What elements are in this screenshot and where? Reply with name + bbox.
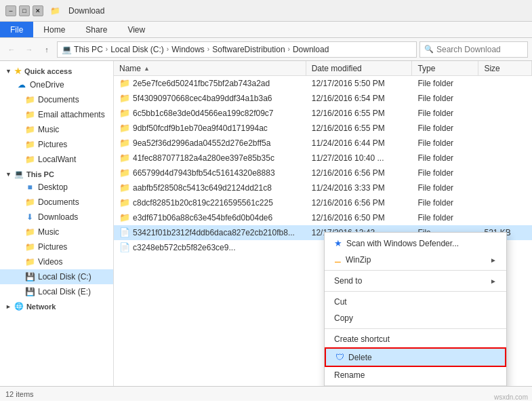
sidebar-item-localwant[interactable]: 📁 LocalWant bbox=[0, 152, 113, 167]
file-type-cell: File folder bbox=[412, 123, 478, 133]
table-row[interactable]: 📁 665799d4d7943bfb54c51614320e8883 12/16… bbox=[114, 166, 532, 180]
breadcrumb-download: Download bbox=[293, 45, 329, 54]
file-date-cell: 11/24/2016 3:33 PM bbox=[306, 183, 413, 193]
close-icon[interactable]: ✕ bbox=[33, 5, 43, 16]
disk-icon: 💾 bbox=[24, 271, 35, 282]
table-row[interactable]: 📁 e3df671b06a88c63e454bfe6d0b04de6 12/16… bbox=[114, 210, 532, 225]
ctx-copy[interactable]: Copy bbox=[325, 310, 506, 326]
table-row[interactable]: 📁 aabfb5f28508c5413c649d2124dd21c8 11/24… bbox=[114, 180, 532, 195]
delete-shield-icon: 🛡 bbox=[335, 352, 344, 362]
search-input[interactable] bbox=[436, 45, 523, 54]
music-icon: 📁 bbox=[24, 227, 35, 237]
file-icon: 📁 bbox=[119, 197, 130, 208]
ctx-rename[interactable]: Rename bbox=[325, 367, 506, 383]
file-type-cell: File folder bbox=[412, 168, 478, 178]
ctx-sep4 bbox=[325, 385, 506, 386]
sidebar-item-pictures[interactable]: 📁 Pictures bbox=[0, 137, 113, 152]
file-type-cell: File folder bbox=[412, 79, 478, 88]
sidebar-item-videos[interactable]: 📁 Videos bbox=[0, 254, 113, 269]
sidebar-item-local-disk-c[interactable]: 💾 Local Disk (C:) bbox=[0, 269, 113, 284]
breadcrumb-windows: Windows bbox=[171, 45, 205, 54]
status-bar: 12 items bbox=[0, 386, 532, 401]
title-bar: – □ ✕ 📁 Download bbox=[0, 0, 532, 22]
file-name-cell: 📁 665799d4d7943bfb54c51614320e8883 bbox=[114, 168, 306, 178]
file-name-cell: 📁 5f43090970668cec4ba99ddf34a1b3a6 bbox=[114, 93, 306, 103]
sidebar: ▼ ★ Quick access ☁ OneDrive 📁 Documents … bbox=[0, 61, 114, 386]
file-date-cell: 12/17/2016 5:50 PM bbox=[306, 79, 413, 88]
sidebar-item-documents2[interactable]: 📁 Documents bbox=[0, 195, 113, 210]
context-menu: ★ Scan with Windows Defender... ⚊ WinZip… bbox=[324, 232, 507, 386]
ctx-create-shortcut[interactable]: Create shortcut bbox=[325, 331, 506, 347]
file-icon: 📁 bbox=[119, 93, 130, 103]
ctx-scan-defender[interactable]: ★ Scan with Windows Defender... bbox=[325, 235, 506, 252]
table-row[interactable]: 📁 41fec887077182a4a280ee397e85b35c 11/27… bbox=[114, 151, 532, 166]
folder-icon: 📁 bbox=[24, 94, 35, 105]
sidebar-item-music2[interactable]: 📁 Music bbox=[0, 225, 113, 239]
table-row[interactable]: 📁 5f43090970668cec4ba99ddf34a1b3a6 12/16… bbox=[114, 91, 532, 106]
up-button[interactable]: ↑ bbox=[39, 42, 54, 57]
disk-icon: 💾 bbox=[24, 286, 35, 297]
col-header-date[interactable]: Date modified bbox=[306, 61, 413, 75]
tab-home[interactable]: Home bbox=[33, 22, 75, 37]
minimize-icon[interactable]: – bbox=[5, 5, 16, 16]
table-row[interactable]: 📁 6c5bb1c68e3de0d4566ea199c82f09c7 12/16… bbox=[114, 106, 532, 121]
address-bar: ← → ↑ 💻 This PC › Local Disk (C:) › Wind… bbox=[0, 38, 532, 61]
back-button[interactable]: ← bbox=[4, 42, 19, 57]
table-row[interactable]: 📁 c8dcf82851b20c819c2216595561c225 12/16… bbox=[114, 195, 532, 210]
sidebar-quick-access[interactable]: ▼ ★ Quick access bbox=[0, 64, 113, 77]
file-name-cell: 📁 e3df671b06a88c63e454bfe6d0b04de6 bbox=[114, 212, 306, 223]
sidebar-item-music[interactable]: 📁 Music bbox=[0, 122, 113, 137]
submenu-arrow: ► bbox=[490, 256, 497, 264]
file-icon: 📁 bbox=[119, 108, 130, 118]
tab-share[interactable]: Share bbox=[75, 22, 117, 37]
sidebar-item-email-attachments[interactable]: 📁 Email attachments bbox=[0, 107, 113, 122]
title-bar-icons: – □ ✕ bbox=[5, 5, 43, 16]
ctx-delete[interactable]: 🛡 Delete bbox=[325, 347, 506, 367]
table-row[interactable]: 📁 2e5e7fce6d50241fbc75bf2ab743a2ad 12/17… bbox=[114, 76, 532, 91]
ctx-sep3 bbox=[325, 328, 506, 329]
col-header-size[interactable]: Size bbox=[478, 61, 532, 75]
sidebar-item-downloads[interactable]: ⬇ Downloads bbox=[0, 210, 113, 225]
window-title: Download bbox=[68, 6, 104, 16]
file-date-cell: 12/16/2016 6:55 PM bbox=[306, 123, 413, 133]
maximize-icon[interactable]: □ bbox=[19, 5, 30, 16]
col-header-type[interactable]: Type bbox=[412, 61, 478, 75]
chevron-down-icon: ▼ bbox=[5, 68, 12, 75]
sidebar-network[interactable]: ► 🌐 Network bbox=[0, 299, 113, 312]
forward-button[interactable]: → bbox=[22, 42, 37, 57]
col-header-name[interactable]: Name ▲ bbox=[114, 61, 306, 75]
file-type-cell: File folder bbox=[412, 109, 478, 118]
star-icon: ★ bbox=[14, 66, 22, 76]
sep2: › bbox=[167, 45, 169, 53]
breadcrumb-softwaredist: SoftwareDistribution bbox=[212, 45, 285, 54]
sep3: › bbox=[207, 45, 209, 53]
file-date-cell: 12/16/2016 6:54 PM bbox=[306, 94, 413, 103]
sidebar-item-desktop[interactable]: ■ Desktop bbox=[0, 180, 113, 195]
sidebar-item-pictures2[interactable]: 📁 Pictures bbox=[0, 239, 113, 254]
desktop-icon: ■ bbox=[24, 182, 35, 193]
sidebar-this-pc[interactable]: ▼ 💻 This PC bbox=[0, 167, 113, 180]
sidebar-item-local-disk-e[interactable]: 💾 Local Disk (E:) bbox=[0, 284, 113, 299]
table-row[interactable]: 📁 9ea52f36d2996ada04552d276e2bff5a 11/24… bbox=[114, 136, 532, 151]
file-list: Name ▲ Date modified Type Size 📁 2e5e7fc… bbox=[114, 61, 532, 386]
downloads-icon: ⬇ bbox=[24, 212, 35, 223]
file-date-cell: 12/16/2016 6:56 PM bbox=[306, 198, 413, 208]
ctx-cut[interactable]: Cut bbox=[325, 294, 506, 310]
folder-pictures-icon: 📁 bbox=[24, 139, 35, 150]
search-box[interactable]: 🔍 bbox=[420, 41, 528, 58]
table-row[interactable]: 📁 9dbf50fcdf9b1eb70ea9f40d171994ac 12/16… bbox=[114, 121, 532, 136]
sidebar-item-onedrive[interactable]: ☁ OneDrive bbox=[0, 77, 113, 92]
file-type-cell: File folder bbox=[412, 198, 478, 208]
file-type-cell: File folder bbox=[412, 153, 478, 163]
file-date-cell: 11/24/2016 6:44 PM bbox=[306, 138, 413, 148]
breadcrumb[interactable]: 💻 This PC › Local Disk (C:) › Windows › … bbox=[57, 41, 417, 58]
ctx-winzip[interactable]: ⚊ WinZip ► bbox=[325, 252, 506, 268]
shield-icon: ★ bbox=[334, 238, 342, 248]
tab-file[interactable]: File bbox=[0, 22, 33, 37]
sidebar-item-documents[interactable]: 📁 Documents bbox=[0, 92, 113, 107]
tab-view[interactable]: View bbox=[117, 22, 155, 37]
file-name-cell: 📁 41fec887077182a4a280ee397e85b35c bbox=[114, 153, 306, 163]
file-date-cell: 11/27/2016 10:40 ... bbox=[306, 153, 413, 163]
file-icon: 📁 bbox=[119, 123, 130, 133]
ctx-send-to[interactable]: Send to ► bbox=[325, 273, 506, 289]
